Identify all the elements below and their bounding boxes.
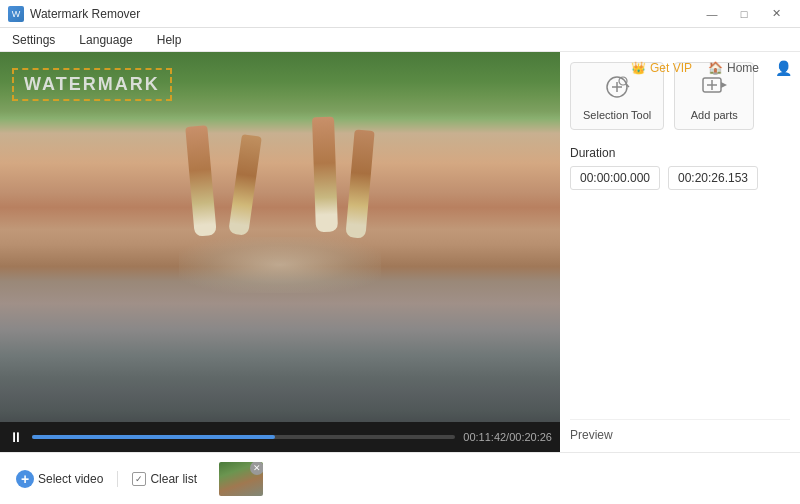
select-video-button[interactable]: + Select video [10, 466, 109, 492]
crown-icon: 👑 [631, 61, 646, 75]
leg-1 [186, 125, 218, 236]
checkbox-icon: ✓ [132, 472, 146, 486]
preview-section: Preview [570, 419, 790, 442]
app-icon: W [8, 6, 24, 22]
leg-3 [312, 116, 338, 232]
progress-bar[interactable] [32, 435, 455, 439]
progress-fill [32, 435, 275, 439]
clear-list-label: Clear list [150, 472, 197, 486]
watermark-text: WATERMARK [24, 74, 160, 94]
remove-thumbnail-button[interactable]: ✕ [250, 462, 263, 475]
watermark-box: WATERMARK [12, 68, 172, 101]
home-button[interactable]: 🏠 Home [708, 61, 759, 75]
svg-marker-6 [721, 82, 727, 88]
preview-label: Preview [570, 428, 790, 442]
get-vip-label: Get VIP [650, 61, 692, 75]
app-title: Watermark Remover [30, 7, 140, 21]
title-bar: W Watermark Remover — □ ✕ [0, 0, 800, 28]
video-thumbnail[interactable]: ✕ [219, 462, 263, 496]
duration-label: Duration [570, 146, 790, 160]
maximize-button[interactable]: □ [728, 4, 760, 24]
dust-effect [179, 237, 381, 293]
home-label: Home [727, 61, 759, 75]
duration-section: Duration 00:00:00.000 00:20:26.153 [570, 146, 790, 190]
separator [117, 471, 118, 487]
add-parts-label: Add parts [691, 109, 738, 121]
clear-list-button[interactable]: ✓ Clear list [126, 468, 203, 490]
main-content: WATERMARK ⏸ 00:11:42/00:20:26 [0, 52, 800, 452]
leg-2 [228, 134, 262, 236]
selection-tool-label: Selection Tool [583, 109, 651, 121]
add-icon: + [16, 470, 34, 488]
title-left: W Watermark Remover [8, 6, 140, 22]
close-button[interactable]: ✕ [760, 4, 792, 24]
home-icon: 🏠 [708, 61, 723, 75]
top-right-actions: 👑 Get VIP 🏠 Home 👤 [631, 56, 792, 80]
right-panel: Selection Tool Add parts Duration 00:00:… [560, 52, 800, 452]
user-icon[interactable]: 👤 [775, 60, 792, 76]
menu-settings[interactable]: Settings [8, 31, 59, 49]
minimize-button[interactable]: — [696, 4, 728, 24]
pause-button[interactable]: ⏸ [8, 429, 24, 445]
time-display: 00:11:42/00:20:26 [463, 431, 552, 443]
select-video-label: Select video [38, 472, 103, 486]
horse-visual [168, 126, 392, 311]
menu-help[interactable]: Help [153, 31, 186, 49]
window-controls: — □ ✕ [696, 4, 792, 24]
selection-tool-icon [601, 71, 633, 103]
duration-end[interactable]: 00:20:26.153 [668, 166, 758, 190]
menu-language[interactable]: Language [75, 31, 136, 49]
video-controls: ⏸ 00:11:42/00:20:26 [0, 422, 560, 452]
video-panel: WATERMARK ⏸ 00:11:42/00:20:26 [0, 52, 560, 452]
video-display: WATERMARK [0, 52, 560, 422]
bottom-bar: + Select video ✓ Clear list ✕ [0, 452, 800, 504]
get-vip-button[interactable]: 👑 Get VIP [631, 61, 692, 75]
duration-start[interactable]: 00:00:00.000 [570, 166, 660, 190]
menu-bar: Settings Language Help [0, 28, 800, 52]
duration-fields: 00:00:00.000 00:20:26.153 [570, 166, 790, 190]
leg-4 [345, 129, 374, 238]
